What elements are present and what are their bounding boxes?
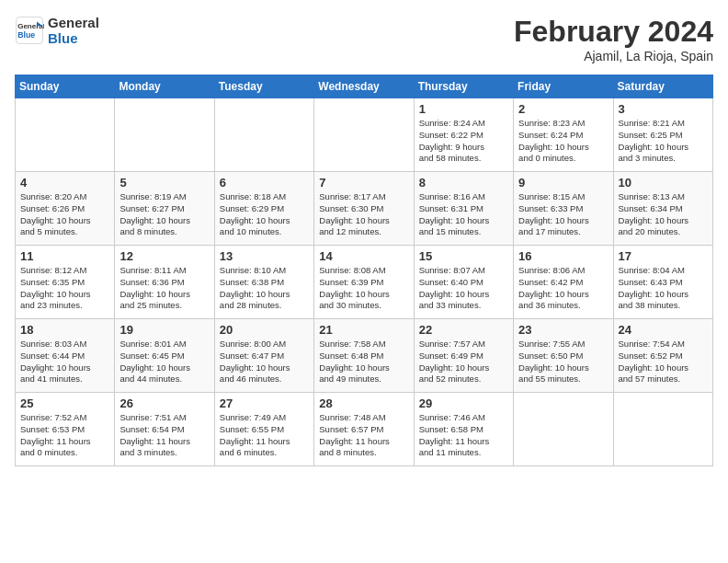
day-info: Sunrise: 8:10 AM Sunset: 6:38 PM Dayligh… [220, 265, 309, 312]
day-info: Sunrise: 7:52 AM Sunset: 6:53 PM Dayligh… [20, 412, 109, 459]
calendar-cell: 18Sunrise: 8:03 AM Sunset: 6:44 PM Dayli… [16, 319, 115, 393]
day-number: 18 [20, 323, 109, 337]
day-number: 29 [419, 396, 508, 410]
calendar-cell: 5Sunrise: 8:19 AM Sunset: 6:27 PM Daylig… [115, 172, 214, 246]
day-info: Sunrise: 8:19 AM Sunset: 6:27 PM Dayligh… [119, 191, 209, 238]
calendar-cell: 6Sunrise: 8:18 AM Sunset: 6:29 PM Daylig… [214, 172, 313, 246]
day-info: Sunrise: 8:16 AM Sunset: 6:31 PM Dayligh… [419, 191, 508, 238]
month-title: February 2024 [514, 15, 713, 49]
day-info: Sunrise: 8:11 AM Sunset: 6:36 PM Dayligh… [119, 265, 209, 312]
calendar-cell: 1Sunrise: 8:24 AM Sunset: 6:22 PM Daylig… [414, 98, 513, 172]
calendar-cell [115, 98, 214, 172]
day-number: 9 [518, 176, 608, 190]
svg-text:Blue: Blue [17, 30, 35, 40]
day-number: 1 [419, 102, 508, 116]
day-number: 5 [119, 176, 209, 190]
day-number: 24 [619, 323, 708, 337]
calendar-cell: 8Sunrise: 8:16 AM Sunset: 6:31 PM Daylig… [414, 172, 513, 246]
calendar-week-row: 1Sunrise: 8:24 AM Sunset: 6:22 PM Daylig… [16, 98, 713, 172]
calendar-cell: 7Sunrise: 8:17 AM Sunset: 6:30 PM Daylig… [314, 172, 414, 246]
day-info: Sunrise: 8:15 AM Sunset: 6:33 PM Dayligh… [518, 191, 608, 238]
weekday-header: Saturday [613, 75, 712, 98]
day-info: Sunrise: 8:20 AM Sunset: 6:26 PM Dayligh… [20, 191, 109, 238]
calendar-cell: 15Sunrise: 8:07 AM Sunset: 6:40 PM Dayli… [414, 246, 513, 319]
calendar-cell [214, 98, 313, 172]
weekday-header: Monday [115, 75, 214, 98]
location: Ajamil, La Rioja, Spain [514, 49, 713, 63]
logo: General Blue General Blue [15, 15, 99, 46]
day-info: Sunrise: 8:21 AM Sunset: 6:25 PM Dayligh… [619, 118, 708, 165]
day-number: 21 [319, 323, 408, 337]
logo-text: General Blue [48, 15, 99, 46]
day-info: Sunrise: 7:58 AM Sunset: 6:48 PM Dayligh… [319, 339, 408, 385]
calendar-week-row: 18Sunrise: 8:03 AM Sunset: 6:44 PM Dayli… [16, 319, 713, 393]
calendar-cell: 12Sunrise: 8:11 AM Sunset: 6:36 PM Dayli… [115, 246, 214, 319]
day-info: Sunrise: 7:46 AM Sunset: 6:58 PM Dayligh… [419, 412, 508, 459]
day-number: 23 [518, 323, 608, 337]
day-number: 4 [20, 176, 109, 190]
day-number: 22 [419, 323, 508, 337]
calendar-cell: 26Sunrise: 7:51 AM Sunset: 6:54 PM Dayli… [115, 393, 214, 466]
logo-icon: General Blue [15, 16, 44, 45]
calendar-cell: 2Sunrise: 8:23 AM Sunset: 6:24 PM Daylig… [514, 98, 613, 172]
calendar-cell: 23Sunrise: 7:55 AM Sunset: 6:50 PM Dayli… [514, 319, 613, 393]
calendar-cell: 25Sunrise: 7:52 AM Sunset: 6:53 PM Dayli… [16, 393, 115, 466]
day-number: 25 [20, 396, 109, 410]
calendar-cell [514, 393, 613, 466]
day-number: 2 [518, 102, 608, 116]
day-info: Sunrise: 8:24 AM Sunset: 6:22 PM Dayligh… [419, 118, 508, 165]
day-number: 19 [119, 323, 209, 337]
day-info: Sunrise: 8:07 AM Sunset: 6:40 PM Dayligh… [419, 265, 508, 312]
day-number: 27 [220, 396, 309, 410]
calendar-cell: 29Sunrise: 7:46 AM Sunset: 6:58 PM Dayli… [414, 393, 513, 466]
weekday-header: Thursday [414, 75, 513, 98]
day-number: 3 [619, 102, 708, 116]
calendar-cell [314, 98, 414, 172]
day-info: Sunrise: 7:51 AM Sunset: 6:54 PM Dayligh… [119, 412, 209, 459]
day-info: Sunrise: 8:03 AM Sunset: 6:44 PM Dayligh… [20, 339, 109, 385]
calendar-cell: 22Sunrise: 7:57 AM Sunset: 6:49 PM Dayli… [414, 319, 513, 393]
calendar-cell: 10Sunrise: 8:13 AM Sunset: 6:34 PM Dayli… [613, 172, 712, 246]
title-section: February 2024 Ajamil, La Rioja, Spain [514, 15, 713, 63]
day-info: Sunrise: 8:13 AM Sunset: 6:34 PM Dayligh… [619, 191, 708, 238]
day-number: 7 [319, 176, 408, 190]
calendar-cell: 17Sunrise: 8:04 AM Sunset: 6:43 PM Dayli… [613, 246, 712, 319]
day-number: 6 [220, 176, 309, 190]
calendar-cell: 28Sunrise: 7:48 AM Sunset: 6:57 PM Dayli… [314, 393, 414, 466]
day-number: 14 [319, 249, 408, 263]
calendar-table: SundayMondayTuesdayWednesdayThursdayFrid… [15, 75, 713, 466]
calendar-cell: 11Sunrise: 8:12 AM Sunset: 6:35 PM Dayli… [16, 246, 115, 319]
day-info: Sunrise: 7:49 AM Sunset: 6:55 PM Dayligh… [220, 412, 309, 459]
day-info: Sunrise: 8:23 AM Sunset: 6:24 PM Dayligh… [518, 118, 608, 165]
calendar-cell: 13Sunrise: 8:10 AM Sunset: 6:38 PM Dayli… [214, 246, 313, 319]
calendar-cell: 19Sunrise: 8:01 AM Sunset: 6:45 PM Dayli… [115, 319, 214, 393]
day-info: Sunrise: 7:48 AM Sunset: 6:57 PM Dayligh… [319, 412, 408, 459]
weekday-header: Tuesday [214, 75, 313, 98]
day-number: 12 [119, 249, 209, 263]
weekday-header-row: SundayMondayTuesdayWednesdayThursdayFrid… [16, 75, 713, 98]
day-number: 15 [419, 249, 508, 263]
page-header: General Blue General Blue February 2024 … [15, 15, 713, 63]
calendar-cell: 4Sunrise: 8:20 AM Sunset: 6:26 PM Daylig… [16, 172, 115, 246]
calendar-cell [16, 98, 115, 172]
weekday-header: Sunday [16, 75, 115, 98]
day-info: Sunrise: 8:00 AM Sunset: 6:47 PM Dayligh… [220, 339, 309, 385]
calendar-cell: 21Sunrise: 7:58 AM Sunset: 6:48 PM Dayli… [314, 319, 414, 393]
day-info: Sunrise: 7:54 AM Sunset: 6:52 PM Dayligh… [619, 339, 708, 385]
day-number: 28 [319, 396, 408, 410]
day-info: Sunrise: 8:17 AM Sunset: 6:30 PM Dayligh… [319, 191, 408, 238]
day-number: 26 [119, 396, 209, 410]
day-info: Sunrise: 7:57 AM Sunset: 6:49 PM Dayligh… [419, 339, 508, 385]
day-number: 8 [419, 176, 508, 190]
day-number: 20 [220, 323, 309, 337]
calendar-cell: 9Sunrise: 8:15 AM Sunset: 6:33 PM Daylig… [514, 172, 613, 246]
day-info: Sunrise: 8:08 AM Sunset: 6:39 PM Dayligh… [319, 265, 408, 312]
svg-text:General: General [17, 22, 44, 30]
day-info: Sunrise: 8:04 AM Sunset: 6:43 PM Dayligh… [619, 265, 708, 312]
weekday-header: Wednesday [314, 75, 414, 98]
calendar-cell: 16Sunrise: 8:06 AM Sunset: 6:42 PM Dayli… [514, 246, 613, 319]
calendar-cell: 24Sunrise: 7:54 AM Sunset: 6:52 PM Dayli… [613, 319, 712, 393]
day-info: Sunrise: 7:55 AM Sunset: 6:50 PM Dayligh… [518, 339, 608, 385]
calendar-cell: 14Sunrise: 8:08 AM Sunset: 6:39 PM Dayli… [314, 246, 414, 319]
day-info: Sunrise: 8:06 AM Sunset: 6:42 PM Dayligh… [518, 265, 608, 312]
